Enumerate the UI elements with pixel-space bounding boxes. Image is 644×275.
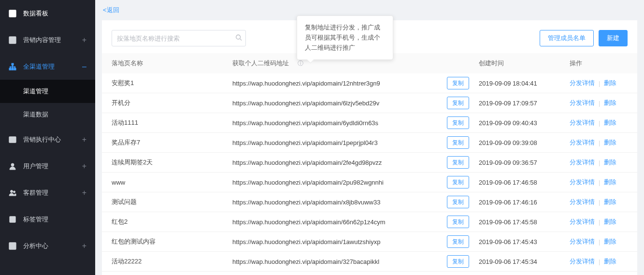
- nav-dashboard[interactable]: 数据看板: [0, 0, 95, 27]
- nav-channel[interactable]: 全渠道管理 –: [0, 53, 95, 80]
- table-row: 安慰奖1https://wap.huodonghezi.vip/apidomai…: [102, 73, 637, 93]
- sitemap-icon: [9, 63, 16, 71]
- search-icon[interactable]: [235, 34, 242, 43]
- back-link[interactable]: <返回: [103, 6, 119, 14]
- url-text: https://wap.huodonghezi.vip/apidomain/66…: [232, 218, 440, 226]
- cell-name: www: [112, 179, 232, 186]
- cell-name: 红包2: [112, 217, 232, 226]
- cell-url: https://wap.huodonghezi.vip/apidomain/1p…: [232, 136, 479, 149]
- copy-button[interactable]: 复制: [447, 255, 469, 268]
- table-row: 连续周期签2天https://wap.huodonghezi.vip/apido…: [102, 153, 637, 173]
- url-text: https://wap.huodonghezi.vip/apidomain/6l…: [232, 100, 440, 107]
- delete-link[interactable]: 删除: [604, 158, 616, 167]
- users-icon: [9, 189, 16, 197]
- table-row: 奖品库存7https://wap.huodonghezi.vip/apidoma…: [102, 133, 637, 153]
- url-text: https://wap.huodonghezi.vip/apidomain/1p…: [232, 139, 440, 146]
- main-content: <返回 复制地址进行分发，推广成员可根据其手机号，生成个人二维码进行推广 管理成…: [95, 0, 644, 275]
- copy-button[interactable]: 复制: [447, 156, 469, 169]
- expand-icon: +: [82, 136, 86, 144]
- svg-rect-7: [12, 63, 14, 65]
- svg-line-26: [240, 39, 242, 41]
- cell-name: 奖品库存7: [112, 138, 232, 147]
- cell-time: 2019-09-09 18:04:41: [479, 80, 570, 87]
- nav-user[interactable]: 用户管理 +: [0, 153, 95, 179]
- cell-time: 2019-09-06 17:45:58: [479, 218, 570, 226]
- nav-label: 用户管理: [23, 162, 48, 171]
- delete-link[interactable]: 删除: [604, 198, 616, 206]
- book-icon: [9, 216, 16, 223]
- nav-group[interactable]: 客群管理 +: [0, 179, 95, 206]
- url-text: https://wap.huodonghezi.vip/apidomain/12…: [232, 80, 440, 87]
- nav-label: 客群管理: [23, 188, 48, 197]
- detail-link[interactable]: 分发详情: [570, 178, 595, 187]
- nav-tag[interactable]: 标签管理: [0, 206, 95, 232]
- copy-button[interactable]: 复制: [447, 97, 469, 109]
- expand-icon: +: [82, 189, 86, 197]
- delete-link[interactable]: 删除: [604, 138, 616, 147]
- cell-url: https://wap.huodonghezi.vip/apidomain/6y…: [232, 116, 479, 129]
- copy-button[interactable]: 复制: [447, 77, 469, 89]
- collapse-icon: –: [82, 63, 86, 71]
- copy-button[interactable]: 复制: [447, 116, 469, 129]
- nav-exec[interactable]: 营销执行中心 +: [0, 126, 95, 153]
- copy-button[interactable]: 复制: [447, 196, 469, 208]
- delete-link[interactable]: 删除: [604, 118, 616, 127]
- svg-point-21: [14, 191, 15, 193]
- detail-link[interactable]: 分发详情: [570, 138, 595, 147]
- svg-rect-22: [10, 217, 15, 222]
- cell-ops: 分发详情|删除: [570, 257, 628, 266]
- detail-link[interactable]: 分发详情: [570, 198, 595, 206]
- search-input[interactable]: [112, 30, 246, 46]
- cell-time: 2019-09-09 17:09:57: [479, 100, 570, 107]
- cell-time: 2019-09-06 17:45:43: [479, 238, 570, 246]
- copy-button[interactable]: 复制: [447, 136, 469, 149]
- cell-ops: 分发详情|删除: [570, 198, 628, 206]
- cell-ops: 分发详情|删除: [570, 79, 628, 87]
- copy-button[interactable]: 复制: [447, 216, 469, 228]
- delete-link[interactable]: 删除: [604, 217, 616, 226]
- svg-rect-10: [14, 68, 16, 70]
- detail-link[interactable]: 分发详情: [570, 118, 595, 127]
- svg-rect-9: [12, 68, 14, 70]
- table-row: 红包2https://wap.huodonghezi.vip/apidomain…: [102, 212, 637, 232]
- svg-rect-8: [9, 68, 11, 70]
- barchart-icon: [9, 36, 16, 44]
- list-icon: [9, 136, 16, 144]
- col-time-header: 创建时间: [479, 59, 570, 68]
- sub-channel-data[interactable]: 渠道数据: [0, 103, 95, 126]
- nav-label: 标签管理: [23, 215, 48, 224]
- cell-ops: 分发详情|删除: [570, 138, 628, 147]
- help-icon[interactable]: ⓘ: [298, 59, 303, 68]
- col-ops-header: 操作: [570, 59, 628, 68]
- cell-name: 红包的测试内容: [112, 237, 232, 246]
- delete-link[interactable]: 删除: [604, 257, 616, 266]
- nav-content[interactable]: 营销内容管理 +: [0, 27, 95, 53]
- table-row: 红包的测试内容https://wap.huodonghezi.vip/apido…: [102, 232, 637, 252]
- cell-time: 2019-09-06 17:46:16: [479, 199, 570, 206]
- sub-channel-manage[interactable]: 渠道管理: [0, 80, 95, 103]
- detail-link[interactable]: 分发详情: [570, 99, 595, 107]
- detail-link[interactable]: 分发详情: [570, 158, 595, 167]
- svg-point-20: [11, 190, 13, 192]
- copy-button[interactable]: 复制: [447, 235, 469, 248]
- delete-link[interactable]: 删除: [604, 79, 616, 87]
- manage-members-button[interactable]: 管理成员名单: [540, 30, 594, 46]
- url-text: https://wap.huodonghezi.vip/apidomain/2f…: [232, 159, 440, 166]
- delete-link[interactable]: 删除: [604, 237, 616, 246]
- delete-link[interactable]: 删除: [604, 99, 616, 107]
- detail-link[interactable]: 分发详情: [570, 217, 595, 226]
- copy-button[interactable]: 复制: [447, 176, 469, 188]
- create-button[interactable]: 新建: [599, 30, 628, 46]
- detail-link[interactable]: 分发详情: [570, 257, 595, 266]
- cell-url: https://wap.huodonghezi.vip/apidomain/2p…: [232, 176, 479, 188]
- delete-link[interactable]: 删除: [604, 178, 616, 187]
- cell-url: https://wap.huodonghezi.vip/apidomain/1a…: [232, 235, 479, 248]
- url-text: https://wap.huodonghezi.vip/apidomain/32…: [232, 258, 440, 265]
- detail-link[interactable]: 分发详情: [570, 79, 595, 87]
- cell-ops: 分发详情|删除: [570, 99, 628, 107]
- expand-icon: +: [82, 242, 86, 250]
- nav-analysis[interactable]: 分析中心 +: [0, 232, 95, 259]
- cell-name: 安慰奖1: [112, 79, 232, 87]
- cell-url: https://wap.huodonghezi.vip/apidomain/66…: [232, 216, 479, 228]
- detail-link[interactable]: 分发详情: [570, 237, 595, 246]
